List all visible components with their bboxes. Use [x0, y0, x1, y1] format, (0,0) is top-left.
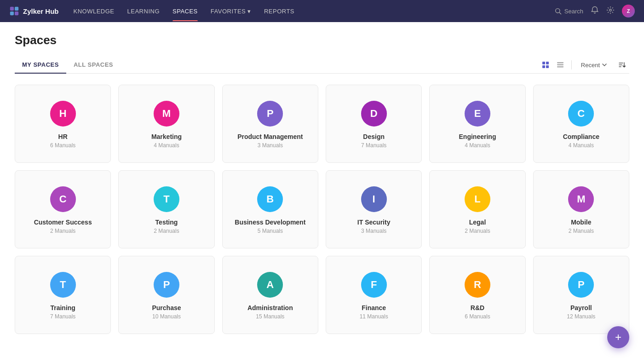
- space-avatar: C: [50, 186, 76, 212]
- space-count: 3 Manuals: [361, 228, 386, 234]
- sort-button[interactable]: Recent: [577, 60, 611, 70]
- space-name: Finance: [362, 304, 386, 311]
- space-card-design[interactable]: DDesign7 Manuals: [326, 85, 422, 163]
- space-avatar: P: [154, 272, 179, 298]
- nav-menu: KNOWLEDGE LEARNING SPACES FAVORITES ▾ RE…: [74, 1, 540, 21]
- sort-order-icon: [618, 61, 626, 69]
- space-avatar: B: [257, 186, 283, 212]
- notifications-icon[interactable]: [591, 6, 599, 16]
- space-card-customer-success[interactable]: CCustomer Success2 Manuals: [15, 170, 111, 248]
- space-avatar: T: [154, 186, 179, 212]
- space-avatar: F: [361, 272, 387, 298]
- space-name: Purchase: [152, 304, 181, 311]
- nav-learning[interactable]: LEARNING: [127, 1, 160, 21]
- svg-rect-0: [10, 7, 14, 11]
- space-card-administration[interactable]: AAdministration15 Manuals: [222, 256, 318, 334]
- space-count: 12 Manuals: [567, 313, 595, 320]
- svg-rect-8: [546, 62, 549, 64]
- svg-rect-3: [15, 12, 18, 15]
- space-avatar: E: [465, 101, 490, 127]
- grid-view-button[interactable]: [540, 59, 551, 70]
- space-card-hr[interactable]: HHR6 Manuals: [15, 85, 111, 163]
- sort-label: Recent: [581, 62, 600, 69]
- logo-icon: [9, 6, 19, 16]
- nav-knowledge[interactable]: KNOWLEDGE: [74, 1, 115, 21]
- space-avatar: R: [465, 272, 490, 298]
- svg-rect-10: [546, 65, 549, 68]
- chevron-down-icon: [602, 62, 607, 68]
- space-avatar: T: [50, 272, 76, 298]
- search-icon: [554, 7, 562, 15]
- space-card-testing[interactable]: TTesting2 Manuals: [118, 170, 214, 248]
- space-avatar: M: [568, 186, 594, 212]
- space-name: Marketing: [151, 133, 182, 140]
- navbar: Zylker Hub KNOWLEDGE LEARNING SPACES FAV…: [0, 0, 644, 22]
- tabs-bar: MY SPACES ALL SPACES: [15, 57, 629, 74]
- space-count: 7 Manuals: [50, 313, 75, 320]
- space-card-legal[interactable]: LLegal2 Manuals: [429, 170, 525, 248]
- add-space-button[interactable]: +: [607, 326, 629, 348]
- user-avatar[interactable]: Z: [622, 5, 635, 17]
- space-count: 3 Manuals: [258, 142, 283, 149]
- space-card-marketing[interactable]: MMarketing4 Manuals: [118, 85, 214, 163]
- app-name: Zylker Hub: [23, 7, 59, 15]
- space-name: Product Management: [237, 133, 303, 140]
- divider: [571, 60, 572, 69]
- space-avatar: L: [465, 186, 490, 212]
- space-name: Payroll: [570, 304, 592, 311]
- list-icon: [557, 61, 564, 69]
- space-count: 5 Manuals: [258, 228, 283, 234]
- space-count: 2 Manuals: [569, 228, 594, 234]
- nav-spaces[interactable]: SPACES: [172, 1, 198, 21]
- svg-rect-9: [542, 65, 545, 68]
- space-avatar: A: [257, 272, 283, 298]
- space-count: 2 Manuals: [50, 228, 75, 234]
- tab-all-spaces[interactable]: ALL SPACES: [66, 57, 121, 74]
- space-card-product[interactable]: PProduct Management3 Manuals: [222, 85, 318, 163]
- list-view-button[interactable]: [555, 59, 566, 70]
- space-card-finance[interactable]: FFinance11 Manuals: [326, 256, 422, 334]
- space-count: 6 Manuals: [465, 313, 490, 320]
- space-name: Design: [363, 133, 385, 140]
- space-card-mobile[interactable]: MMobile2 Manuals: [533, 170, 629, 248]
- svg-line-5: [559, 12, 561, 14]
- space-card-engineering[interactable]: EEngineering4 Manuals: [429, 85, 525, 163]
- space-card-it-security[interactable]: IIT Security3 Manuals: [326, 170, 422, 248]
- space-card-purchase[interactable]: PPurchase10 Manuals: [118, 256, 214, 334]
- space-count: 2 Manuals: [465, 228, 490, 234]
- settings-icon[interactable]: [606, 6, 615, 16]
- grid-icon: [542, 61, 549, 69]
- space-count: 10 Manuals: [152, 313, 181, 320]
- space-avatar: D: [361, 101, 387, 127]
- space-name: Business Development: [235, 219, 305, 226]
- svg-point-6: [610, 9, 612, 12]
- space-count: 7 Manuals: [361, 142, 386, 149]
- sort-order-button[interactable]: [615, 59, 629, 70]
- nav-favorites[interactable]: FAVORITES ▾: [211, 1, 251, 21]
- nav-reports[interactable]: REPORTS: [264, 1, 294, 21]
- space-card-compliance[interactable]: CCompliance4 Manuals: [533, 85, 629, 163]
- space-card-training[interactable]: TTraining7 Manuals: [15, 256, 111, 334]
- space-avatar: P: [568, 272, 594, 298]
- space-card-payroll[interactable]: PPayroll12 Manuals: [533, 256, 629, 334]
- space-count: 4 Manuals: [569, 142, 594, 149]
- app-logo[interactable]: Zylker Hub: [9, 6, 59, 16]
- nav-right: Search Z: [554, 5, 635, 17]
- space-name: Testing: [155, 219, 178, 226]
- svg-rect-12: [557, 64, 564, 66]
- search-label: Search: [564, 8, 583, 15]
- svg-rect-13: [557, 66, 564, 68]
- space-name: Customer Success: [34, 219, 92, 226]
- space-name: Training: [50, 304, 75, 311]
- space-avatar: C: [568, 101, 594, 127]
- tab-my-spaces[interactable]: MY SPACES: [15, 57, 66, 74]
- space-card-rd[interactable]: RR&D6 Manuals: [429, 256, 525, 334]
- space-name: Engineering: [459, 133, 496, 140]
- space-card-business-dev[interactable]: BBusiness Development5 Manuals: [222, 170, 318, 248]
- space-avatar: P: [257, 101, 283, 127]
- space-count: 11 Manuals: [360, 313, 388, 320]
- space-name: Legal: [469, 219, 486, 226]
- search-button[interactable]: Search: [554, 7, 583, 15]
- page-title: Spaces: [15, 33, 629, 47]
- space-count: 6 Manuals: [50, 142, 75, 149]
